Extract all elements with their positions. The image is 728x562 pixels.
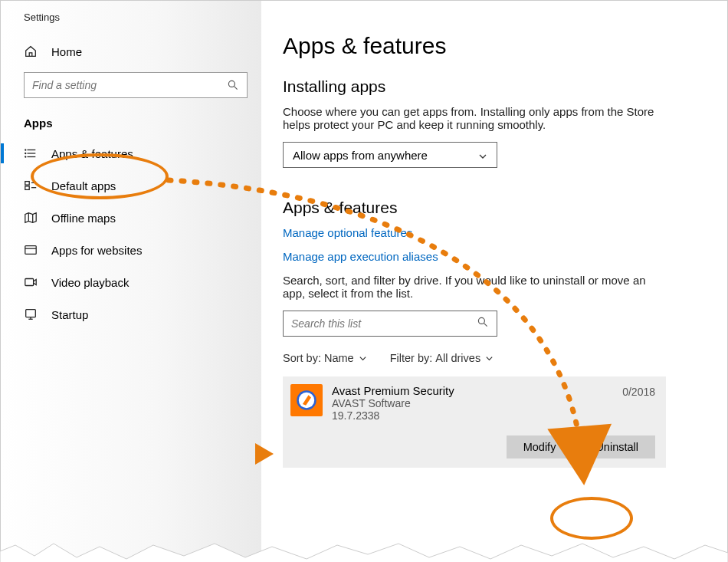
svg-point-7 xyxy=(25,156,26,157)
settings-window: Settings Home Apps Apps & features Defa xyxy=(0,0,728,562)
nav-startup[interactable]: Startup xyxy=(1,298,261,330)
svg-point-6 xyxy=(25,153,26,153)
svg-point-5 xyxy=(25,150,26,150)
sidebar: Settings Home Apps Apps & features Defa xyxy=(1,1,261,561)
home-icon xyxy=(24,44,38,58)
page-title: Apps & features xyxy=(283,33,704,59)
nav-video-playback[interactable]: Video playback xyxy=(1,266,261,298)
nav-item-label: Apps for websites xyxy=(51,244,142,257)
svg-line-21 xyxy=(484,324,487,327)
nav-home-label: Home xyxy=(51,45,82,58)
svg-rect-17 xyxy=(26,310,36,317)
svg-rect-16 xyxy=(25,279,34,286)
filter-value[interactable]: All drives xyxy=(435,352,494,364)
search-icon xyxy=(227,79,239,91)
search-icon xyxy=(477,316,489,331)
svg-rect-8 xyxy=(25,182,29,186)
main-content: Apps & features Installing apps Choose w… xyxy=(261,1,727,561)
app-date: 0/2018 xyxy=(622,386,655,398)
window-title: Settings xyxy=(1,12,261,37)
apps-features-heading: Apps & features xyxy=(283,199,704,217)
svg-rect-14 xyxy=(25,246,36,255)
svg-point-20 xyxy=(478,317,484,324)
app-publisher: AVAST Software xyxy=(332,397,613,409)
nav-item-label: Offline maps xyxy=(51,212,116,225)
apps-search-input[interactable] xyxy=(291,317,477,330)
nav-home[interactable]: Home xyxy=(1,37,261,66)
nav-item-label: Startup xyxy=(51,308,88,321)
apps-list-desc: Search, sort, and filter by drive. If yo… xyxy=(283,274,666,300)
app-card-avast[interactable]: Avast Premium Security AVAST Software 19… xyxy=(283,376,666,468)
nav-apps-features[interactable]: Apps & features xyxy=(1,137,261,169)
nav-item-label: Video playback xyxy=(51,276,129,289)
dropdown-value: Allow apps from anywhere xyxy=(293,149,428,162)
app-name: Avast Premium Security xyxy=(332,384,613,397)
chevron-down-icon xyxy=(478,150,487,159)
list-icon xyxy=(24,146,38,160)
svg-line-1 xyxy=(234,87,238,90)
nav-default-apps[interactable]: Default apps xyxy=(1,169,261,202)
installing-apps-desc: Choose where you can get apps from. Inst… xyxy=(283,105,666,131)
map-icon xyxy=(24,211,38,225)
uninstall-button[interactable]: Uninstall xyxy=(579,435,655,458)
svg-rect-9 xyxy=(25,186,29,190)
sort-value[interactable]: Name xyxy=(324,352,367,364)
video-icon xyxy=(24,275,38,289)
sort-by: Sort by: Name xyxy=(283,352,367,364)
sidebar-section-apps: Apps xyxy=(1,112,261,137)
nav-apps-websites[interactable]: Apps for websites xyxy=(1,234,261,266)
filter-by: Filter by: All drives xyxy=(390,352,494,364)
websites-icon xyxy=(24,243,38,257)
nav-item-label: Default apps xyxy=(51,179,116,192)
install-source-dropdown[interactable]: Allow apps from anywhere xyxy=(283,142,497,168)
installing-apps-heading: Installing apps xyxy=(283,77,704,96)
link-execution-aliases[interactable]: Manage app execution aliases xyxy=(283,250,704,263)
apps-search[interactable] xyxy=(283,311,497,337)
sidebar-search[interactable] xyxy=(24,72,248,98)
avast-icon xyxy=(290,384,323,416)
app-version: 19.7.2338 xyxy=(332,409,613,422)
modify-button[interactable]: Modify xyxy=(507,435,573,458)
nav-offline-maps[interactable]: Offline maps xyxy=(1,202,261,234)
defaults-icon xyxy=(24,179,38,192)
sidebar-search-input[interactable] xyxy=(32,79,227,91)
sort-filter-row: Sort by: Name Filter by: All drives xyxy=(283,352,704,364)
link-optional-features[interactable]: Manage optional features xyxy=(283,226,704,239)
svg-point-0 xyxy=(228,81,234,87)
startup-icon xyxy=(24,307,38,321)
nav-item-label: Apps & features xyxy=(51,147,133,160)
